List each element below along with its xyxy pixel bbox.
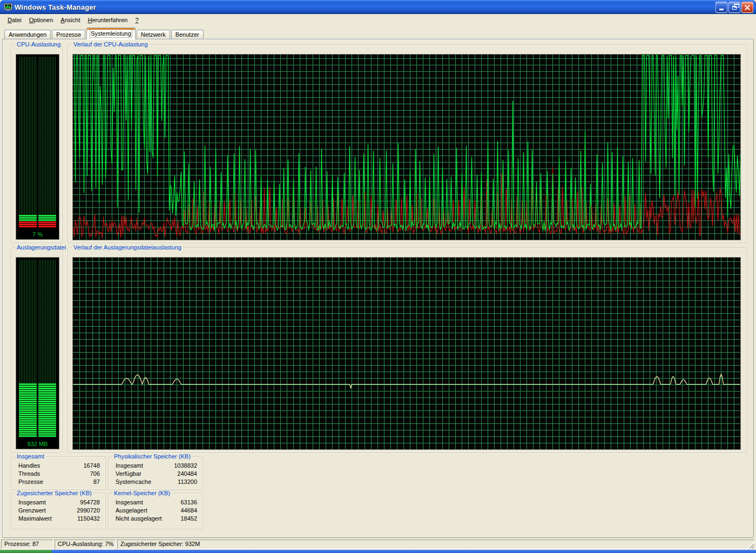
- tab-anwendungen[interactable]: Anwendungen: [4, 30, 51, 39]
- tab-benutzer[interactable]: Benutzer: [171, 30, 204, 39]
- minimize-button[interactable]: [716, 2, 727, 13]
- totals-title: Insgesamt: [15, 453, 46, 460]
- cpu-history-title: Verlauf der CPU-Auslastung: [72, 41, 150, 48]
- stat-row-phys-insgesamt: Insgesamt1038832: [116, 462, 197, 470]
- pagefile-groupbox: Auslagerungsdatei 932 MB: [11, 247, 63, 453]
- taskbar-sliver[interactable]: [0, 550, 756, 553]
- tab-systemleistung[interactable]: Systemleistung: [86, 28, 136, 39]
- stat-row-threads: Threads706: [18, 470, 100, 478]
- stat-row-verfuegbar: Verfügbar240484: [116, 470, 197, 478]
- titlebar[interactable]: Windows Task-Manager: [0, 0, 756, 14]
- status-commit-charge: Zugesicherter Speicher: 932M: [117, 539, 755, 549]
- stat-row-ausgelagert: Ausgelagert44684: [116, 507, 197, 515]
- cpu-history-groupbox: Verlauf der CPU-Auslastung: [68, 44, 747, 243]
- pagefile-led-segment: [19, 383, 37, 437]
- menu-hilfe[interactable]: ?: [131, 16, 142, 24]
- status-processes: Prozesse: 87: [1, 539, 53, 549]
- window-title: Windows Task-Manager: [15, 3, 96, 11]
- restore-button[interactable]: [728, 2, 740, 13]
- physical-memory-title: Physikalischer Speicher (KB): [112, 453, 192, 460]
- start-button-sliver[interactable]: [0, 550, 52, 553]
- cpu-usage-value: 7 %: [16, 231, 59, 238]
- menu-datei[interactable]: Datei: [4, 16, 25, 24]
- window-controls: [716, 2, 753, 13]
- stat-row-handles: Handles16748: [18, 462, 100, 470]
- menu-optionen[interactable]: Optionen: [25, 16, 57, 24]
- cpu-led-user-segment: [38, 215, 56, 221]
- restore-icon: [732, 6, 737, 10]
- status-bar: Prozesse: 87 CPU-Auslastung: 7% Zugesich…: [1, 539, 755, 549]
- commit-charge-title: Zugesicherter Speicher (KB): [15, 490, 93, 497]
- cpu-led-user-segment: [19, 215, 37, 221]
- physical-memory-groupbox: Physikalischer Speicher (KB) Insgesamt10…: [108, 456, 203, 490]
- cpu-history-graph-frame: [72, 54, 741, 240]
- pagefile-led-segment: [38, 383, 56, 437]
- pagefile-meter: 932 MB: [16, 257, 59, 449]
- stat-row-grenzwert: Grenzwert2990720: [18, 507, 100, 515]
- pagefile-history-graph: [73, 258, 740, 449]
- cpu-led-kernel-segment: [19, 221, 37, 228]
- pagefile-value: 932 MB: [16, 441, 59, 447]
- menu-bar: Datei Optionen Ansicht Herunterfahren ?: [1, 15, 755, 25]
- pagefile-led-column: [38, 260, 56, 437]
- cpu-usage-meter: 7 %: [16, 54, 59, 240]
- close-icon: [744, 4, 751, 11]
- pagefile-led-column: [19, 260, 37, 437]
- stat-row-systemcache: Systemcache113200: [116, 478, 197, 486]
- minimize-icon: [719, 9, 724, 10]
- kernel-memory-groupbox: Kernel-Speicher (KB) Insgesamt63136 Ausg…: [108, 493, 203, 529]
- cpu-usage-title: CPU-Auslastung: [15, 41, 62, 48]
- task-manager-app-icon: [4, 3, 12, 11]
- stat-row-kernel-insgesamt: Insgesamt63136: [116, 498, 197, 507]
- cpu-led-kernel-segment: [38, 221, 56, 228]
- cpu-usage-groupbox: CPU-Auslastung 7 %: [11, 44, 63, 243]
- tab-netzwerk[interactable]: Netzwerk: [137, 30, 170, 39]
- pagefile-history-groupbox: Verlauf der Auslagerungsdateiauslastung: [68, 247, 747, 453]
- menu-herunterfahren[interactable]: Herunterfahren: [84, 16, 131, 24]
- resize-grip[interactable]: [747, 542, 754, 549]
- task-manager-window: Windows Task-Manager Datei Optionen Ansi…: [0, 0, 756, 553]
- stat-row-maximalwert: Maximalwert1150432: [18, 515, 100, 523]
- stat-row-nicht-ausgelagert: Nicht ausgelagert18452: [116, 515, 197, 523]
- tab-prozesse[interactable]: Prozesse: [52, 30, 85, 39]
- status-cpu-usage: CPU-Auslastung: 7%: [55, 539, 116, 549]
- kernel-memory-title: Kernel-Speicher (KB): [112, 490, 172, 497]
- close-button[interactable]: [741, 2, 753, 13]
- stat-row-commit-insgesamt: Insgesamt954728: [18, 498, 100, 507]
- tab-strip: Anwendungen Prozesse Systemleistung Netz…: [4, 27, 205, 39]
- pagefile-history-graph-frame: [72, 257, 741, 450]
- stat-row-prozesse: Prozesse87: [18, 478, 100, 486]
- pagefile-history-title: Verlauf der Auslagerungsdateiauslastung: [72, 244, 183, 251]
- menu-ansicht[interactable]: Ansicht: [57, 16, 84, 24]
- cpu-led-column: [19, 57, 37, 228]
- cpu-history-graph: [73, 55, 740, 240]
- pagefile-title: Auslagerungsdatei: [15, 244, 68, 251]
- cpu-led-column: [38, 57, 56, 228]
- totals-groupbox: Insgesamt Handles16748 Threads706 Prozes…: [11, 456, 106, 490]
- commit-charge-groupbox: Zugesicherter Speicher (KB) Insgesamt954…: [11, 493, 106, 529]
